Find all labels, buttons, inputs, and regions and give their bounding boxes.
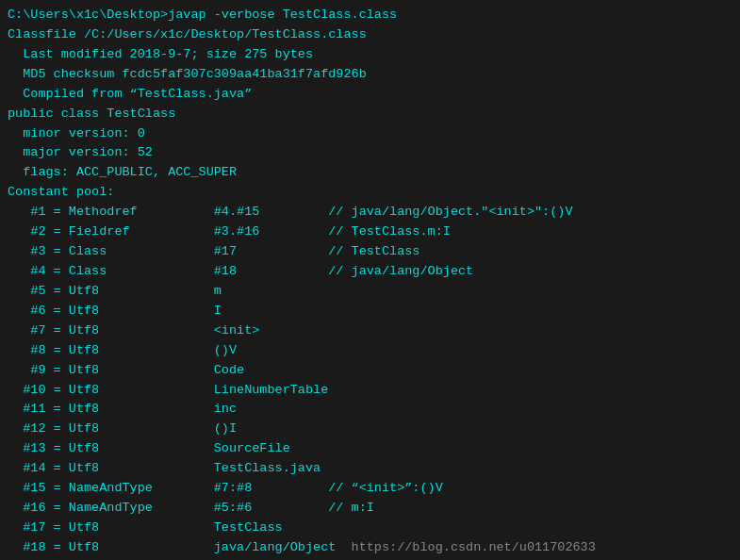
terminal-line: #17 = Utf8 TestClass xyxy=(8,519,732,538)
terminal-line: flags: ACC_PUBLIC, ACC_SUPER xyxy=(8,163,732,183)
terminal-line: #2 = Fieldref #3.#16 // TestClass.m:I xyxy=(8,222,732,242)
terminal-line: #9 = Utf8 Code xyxy=(8,361,732,381)
terminal-line: #3 = Class #17 // TestClass xyxy=(8,242,732,262)
terminal-line: Constant pool: xyxy=(8,183,732,203)
terminal-line: #15 = NameAndType #7:#8 // “<init>”:()V xyxy=(8,479,732,499)
terminal-line: #11 = Utf8 inc xyxy=(8,400,732,420)
terminal-line: Compiled from “TestClass.java” xyxy=(8,85,732,105)
terminal-line: C:\Users\x1c\Desktop>javap -verbose Test… xyxy=(8,6,732,25)
terminal-line: major version: 52 xyxy=(8,143,732,163)
terminal-line: #10 = Utf8 LineNumberTable xyxy=(8,381,732,401)
terminal-line: #4 = Class #18 // java/lang/Object xyxy=(8,262,732,282)
terminal-line: Classfile /C:/Users/x1c/Desktop/TestClas… xyxy=(8,25,732,45)
terminal-line: #18 = Utf8 java/lang/Object https://blog… xyxy=(8,538,732,558)
terminal-line: #7 = Utf8 <init> xyxy=(8,321,732,341)
terminal-window: C:\Users\x1c\Desktop>javap -verbose Test… xyxy=(0,0,740,560)
terminal-line: MD5 checksum fcdc5faf307c309aa41ba31f7af… xyxy=(8,65,732,85)
terminal-line: #5 = Utf8 m xyxy=(8,282,732,302)
terminal-line: #6 = Utf8 I xyxy=(8,302,732,321)
terminal-line: #8 = Utf8 ()V xyxy=(8,341,732,361)
terminal-line: minor version: 0 xyxy=(8,124,732,144)
terminal-line: #14 = Utf8 TestClass.java xyxy=(8,459,732,479)
terminal-line: #16 = NameAndType #5:#6 // m:I xyxy=(8,499,732,519)
terminal-line: Last modified 2018-9-7; size 275 bytes xyxy=(8,45,732,65)
terminal-line: public class TestClass xyxy=(8,105,732,124)
terminal-line: #13 = Utf8 SourceFile xyxy=(8,439,732,459)
terminal-line: #12 = Utf8 ()I xyxy=(8,420,732,439)
terminal-line: #1 = Methodref #4.#15 // java/lang/Objec… xyxy=(8,203,732,222)
